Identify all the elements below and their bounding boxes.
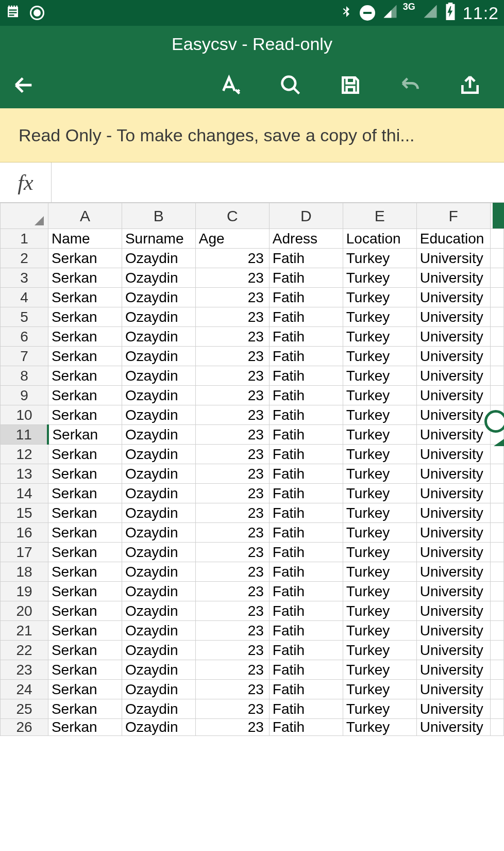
cell[interactable] xyxy=(490,366,503,386)
cell[interactable]: 23 xyxy=(195,445,269,464)
cell[interactable]: Ozaydin xyxy=(122,347,195,366)
cell[interactable]: 23 xyxy=(195,503,269,523)
cell[interactable]: Ozaydin xyxy=(122,641,195,660)
save-button[interactable] xyxy=(336,71,365,100)
cell[interactable]: Fatih xyxy=(269,582,343,601)
row-header[interactable]: 14 xyxy=(1,484,48,503)
cell[interactable]: Ozaydin xyxy=(122,327,195,347)
cell[interactable]: Serkan xyxy=(48,484,122,503)
cell[interactable]: Fatih xyxy=(269,425,343,445)
cell[interactable]: University xyxy=(416,621,490,641)
cell[interactable]: Turkey xyxy=(343,249,416,268)
cell[interactable]: 23 xyxy=(195,288,269,307)
cell[interactable]: University xyxy=(416,307,490,327)
cell[interactable] xyxy=(490,288,503,307)
col-header-E[interactable]: E xyxy=(343,203,416,229)
cell[interactable] xyxy=(490,268,503,288)
cell[interactable]: Fatih xyxy=(269,327,343,347)
spreadsheet[interactable]: A B C D E F 1NameSurnameAgeAdressLocatio… xyxy=(0,203,504,736)
cell[interactable]: University xyxy=(416,386,490,405)
cell[interactable]: University xyxy=(416,523,490,543)
col-header-C[interactable]: C xyxy=(195,203,269,229)
cell[interactable]: University xyxy=(416,464,490,484)
cell[interactable]: Ozaydin xyxy=(122,484,195,503)
col-header-F[interactable]: F xyxy=(416,203,490,229)
cell[interactable]: University xyxy=(416,425,490,445)
cell[interactable]: 23 xyxy=(195,327,269,347)
cell[interactable]: Ozaydin xyxy=(122,601,195,621)
cell[interactable] xyxy=(490,464,503,484)
cell[interactable]: Ozaydin xyxy=(122,405,195,425)
cell[interactable]: Ozaydin xyxy=(122,386,195,405)
cell[interactable]: Ozaydin xyxy=(122,503,195,523)
cell[interactable]: Turkey xyxy=(343,621,416,641)
cell[interactable]: University xyxy=(416,680,490,699)
cell[interactable]: Serkan xyxy=(48,543,122,562)
cell[interactable]: Ozaydin xyxy=(122,543,195,562)
cell[interactable]: Turkey xyxy=(343,288,416,307)
read-only-banner[interactable]: Read Only - To make changes, save a copy… xyxy=(0,108,504,162)
cell[interactable]: University xyxy=(416,562,490,582)
cell[interactable]: Fatih xyxy=(269,543,343,562)
cell[interactable]: Turkey xyxy=(343,366,416,386)
cell[interactable] xyxy=(490,680,503,699)
cell[interactable]: 23 xyxy=(195,719,269,736)
cell[interactable]: Turkey xyxy=(343,425,416,445)
col-header-A[interactable]: A xyxy=(48,203,122,229)
cell[interactable]: Ozaydin xyxy=(122,268,195,288)
cell[interactable]: Serkan xyxy=(48,523,122,543)
row-header[interactable]: 1 xyxy=(1,229,48,249)
cell[interactable]: University xyxy=(416,641,490,660)
cell[interactable]: Turkey xyxy=(343,523,416,543)
cell[interactable]: Serkan xyxy=(48,660,122,680)
cell[interactable]: Fatih xyxy=(269,366,343,386)
back-button[interactable] xyxy=(9,71,38,100)
cell[interactable]: Fatih xyxy=(269,307,343,327)
cell[interactable]: Fatih xyxy=(269,386,343,405)
cell[interactable]: Education xyxy=(416,229,490,249)
cell[interactable]: Ozaydin xyxy=(122,523,195,543)
cell[interactable]: Fatih xyxy=(269,680,343,699)
cell[interactable]: Surname xyxy=(122,229,195,249)
col-header-D[interactable]: D xyxy=(269,203,343,229)
cell[interactable]: Ozaydin xyxy=(122,680,195,699)
cell[interactable]: Fatih xyxy=(269,445,343,464)
cell[interactable]: Serkan xyxy=(48,503,122,523)
cell[interactable]: University xyxy=(416,699,490,719)
col-header-B[interactable]: B xyxy=(122,203,195,229)
cell[interactable] xyxy=(490,229,503,249)
cell[interactable]: Ozaydin xyxy=(122,621,195,641)
cell[interactable] xyxy=(490,445,503,464)
cell[interactable]: Fatih xyxy=(269,660,343,680)
cell[interactable]: 23 xyxy=(195,347,269,366)
cell[interactable]: Ozaydin xyxy=(122,719,195,736)
row-header[interactable]: 22 xyxy=(1,641,48,660)
cell[interactable]: Turkey xyxy=(343,543,416,562)
selection-handle[interactable] xyxy=(484,410,504,433)
cell[interactable]: Serkan xyxy=(48,445,122,464)
row-header[interactable]: 23 xyxy=(1,660,48,680)
cell[interactable]: 23 xyxy=(195,601,269,621)
cell[interactable]: Fatih xyxy=(269,503,343,523)
row-header[interactable]: 17 xyxy=(1,543,48,562)
cell[interactable]: University xyxy=(416,288,490,307)
row-header[interactable]: 7 xyxy=(1,347,48,366)
cell[interactable]: Serkan xyxy=(48,621,122,641)
cell[interactable]: Fatih xyxy=(269,562,343,582)
cell[interactable] xyxy=(490,719,503,736)
cell[interactable]: 23 xyxy=(195,699,269,719)
cell[interactable]: Fatih xyxy=(269,601,343,621)
share-button[interactable] xyxy=(456,71,484,100)
cell[interactable]: Serkan xyxy=(48,562,122,582)
formula-input[interactable] xyxy=(52,162,504,202)
cell[interactable]: Serkan xyxy=(48,288,122,307)
cell[interactable]: Turkey xyxy=(343,503,416,523)
row-header[interactable]: 15 xyxy=(1,503,48,523)
cell[interactable]: Serkan xyxy=(48,680,122,699)
cell[interactable]: Serkan xyxy=(48,307,122,327)
cell[interactable]: Age xyxy=(195,229,269,249)
cell[interactable]: 23 xyxy=(195,562,269,582)
selection-corner-handle[interactable] xyxy=(489,436,504,446)
cell[interactable] xyxy=(490,307,503,327)
cell[interactable]: University xyxy=(416,543,490,562)
